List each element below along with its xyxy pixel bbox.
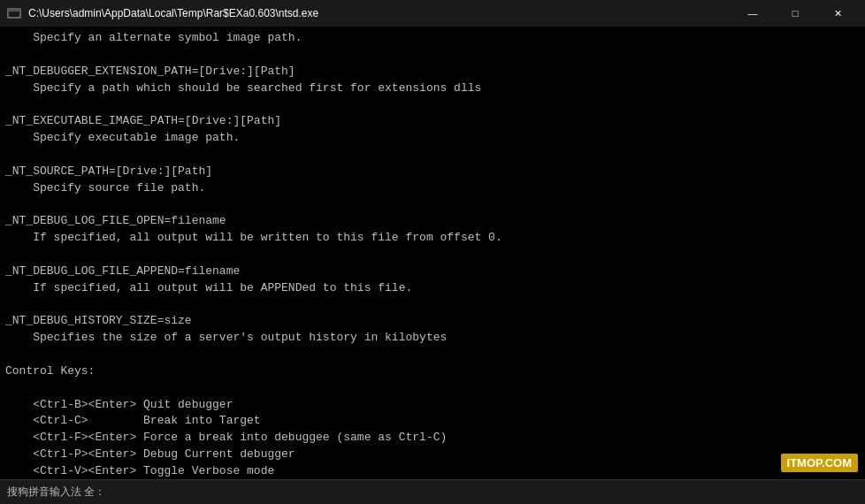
title-bar-controls: — □ ✕ bbox=[732, 0, 858, 27]
title-bar-left: C:\Users\admin\AppData\Local\Temp\Rar$EX… bbox=[7, 6, 318, 20]
watermark: ITMOP.COM bbox=[781, 454, 858, 472]
taskbar: 搜狗拼音输入法 全： bbox=[0, 479, 865, 504]
console-output: Specify an alternate symbol image path. … bbox=[0, 27, 865, 479]
title-bar: C:\Users\admin\AppData\Local\Temp\Rar$EX… bbox=[0, 0, 865, 27]
svg-rect-1 bbox=[8, 9, 20, 11]
close-button[interactable]: ✕ bbox=[817, 0, 858, 27]
window-icon bbox=[7, 6, 21, 20]
ime-indicator: 搜狗拼音输入法 全： bbox=[7, 485, 105, 500]
minimize-button[interactable]: — bbox=[732, 0, 773, 27]
window-title: C:\Users\admin\AppData\Local\Temp\Rar$EX… bbox=[28, 7, 318, 19]
maximize-button[interactable]: □ bbox=[775, 0, 815, 27]
